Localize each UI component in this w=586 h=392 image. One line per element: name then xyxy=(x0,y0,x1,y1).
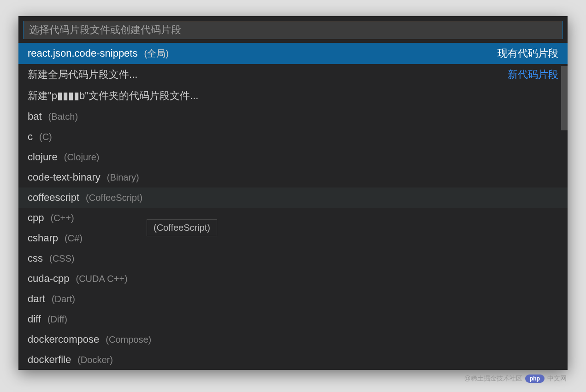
list-item[interactable]: css(CSS) xyxy=(18,248,568,269)
list-item-name: diff xyxy=(28,313,41,325)
list-item-desc: (C++) xyxy=(50,213,74,223)
list-item[interactable]: clojure(Clojure) xyxy=(18,147,568,167)
list-item[interactable]: csharp(C#) xyxy=(18,228,568,248)
list-item-left: bat(Batch) xyxy=(28,111,78,123)
list-item-left: clojure(Clojure) xyxy=(28,151,100,163)
list-item-desc: (Clojure) xyxy=(64,152,100,163)
list-item[interactable]: cuda-cpp(CUDA C++) xyxy=(18,269,568,289)
list-item-name: 新建"p▮▮▮▮b"文件夹的代码片段文件... xyxy=(28,89,198,103)
list-item-name: 新建全局代码片段文件... xyxy=(28,68,137,82)
list-item-left: csharp(C#) xyxy=(28,232,83,244)
list-item-desc: (Batch) xyxy=(48,111,78,122)
list-item-left: dockercompose(Compose) xyxy=(28,333,151,345)
list-item-desc: (Docker) xyxy=(77,355,113,365)
list-item[interactable]: dart(Dart) xyxy=(18,289,568,309)
list-item-left: diff(Diff) xyxy=(28,313,67,325)
list-item[interactable]: diff(Diff) xyxy=(18,309,568,329)
list-item-left: coffeescript(CoffeeScript) xyxy=(28,192,142,204)
list-item-desc: (Dart) xyxy=(52,294,75,304)
snippet-list: react.json.code-snippets(全局)现有代码片段新建全局代码… xyxy=(18,43,568,370)
watermark-text-2: 中文网 xyxy=(547,374,567,383)
list-item-left: cuda-cpp(CUDA C++) xyxy=(28,273,128,285)
php-badge: php xyxy=(525,374,545,383)
search-input-wrapper xyxy=(18,16,568,43)
list-item-left: dockerfile(Docker) xyxy=(28,354,113,366)
list-item[interactable]: dockerfile(Docker) xyxy=(18,350,568,370)
group-label: 新代码片段 xyxy=(508,68,558,82)
list-item-left: c(C) xyxy=(28,131,52,143)
list-item[interactable]: react.json.code-snippets(全局)现有代码片段 xyxy=(18,43,568,64)
list-item-name: c xyxy=(28,131,33,143)
list-item[interactable]: 新建"p▮▮▮▮b"文件夹的代码片段文件... xyxy=(18,85,568,106)
list-item-name: bat xyxy=(28,111,42,123)
list-item-desc: (全局) xyxy=(144,47,168,60)
list-item-left: cpp(C++) xyxy=(28,212,74,224)
list-item[interactable]: 新建全局代码片段文件...新代码片段 xyxy=(18,64,568,85)
scrollbar-thumb[interactable] xyxy=(561,66,568,130)
list-item-name: dockercompose xyxy=(28,333,99,345)
list-item-name: csharp xyxy=(28,232,58,244)
list-item-left: 新建"p▮▮▮▮b"文件夹的代码片段文件... xyxy=(28,89,198,103)
list-item-left: dart(Dart) xyxy=(28,293,75,305)
list-item[interactable]: cpp(C++) xyxy=(18,208,568,228)
list-item-name: clojure xyxy=(28,151,58,163)
watermark-text: @稀土掘金技术社区 xyxy=(464,374,522,383)
list-item-name: cpp xyxy=(28,212,44,224)
list-item[interactable]: c(C) xyxy=(18,127,568,147)
list-item-name: code-text-binary xyxy=(28,171,101,183)
list-item-name: dockerfile xyxy=(28,354,71,366)
list-item-left: code-text-binary(Binary) xyxy=(28,171,139,183)
list-item-name: cuda-cpp xyxy=(28,273,70,285)
list-item[interactable]: dockercompose(Compose) xyxy=(18,329,568,350)
list-item-name: dart xyxy=(28,293,45,305)
list-item-left: 新建全局代码片段文件... xyxy=(28,68,137,82)
watermark: @稀土掘金技术社区 php 中文网 xyxy=(464,374,567,383)
list-item-desc: (Binary) xyxy=(107,172,139,183)
list-item[interactable]: bat(Batch) xyxy=(18,106,568,127)
list-item-desc: (C) xyxy=(39,132,52,142)
list-item-desc: (CUDA C++) xyxy=(76,274,128,284)
group-label: 现有代码片段 xyxy=(497,47,558,60)
list-item-desc: (Compose) xyxy=(106,334,151,345)
list-item-left: react.json.code-snippets(全局) xyxy=(28,47,169,60)
list-item-desc: (Diff) xyxy=(47,314,67,325)
list-item-desc: (CoffeeScript) xyxy=(86,193,142,203)
list-item-name: coffeescript xyxy=(28,192,79,204)
list-item-desc: (CSS) xyxy=(49,253,74,264)
list-item-desc: (C#) xyxy=(65,233,83,244)
list-item[interactable]: code-text-binary(Binary) xyxy=(18,167,568,187)
list-item[interactable]: coffeescript(CoffeeScript) xyxy=(18,187,568,208)
list-item-name: react.json.code-snippets xyxy=(28,47,137,59)
search-input[interactable] xyxy=(23,21,563,39)
list-item-left: css(CSS) xyxy=(28,252,74,264)
list-item-name: css xyxy=(28,252,43,264)
quickpick-panel: react.json.code-snippets(全局)现有代码片段新建全局代码… xyxy=(18,16,568,370)
